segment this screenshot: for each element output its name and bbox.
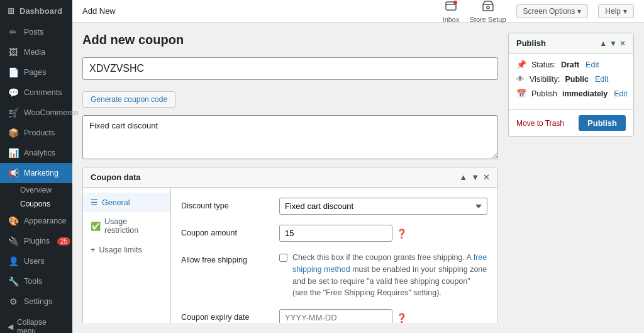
tools-icon: 🔧 (8, 276, 19, 286)
tab-usage-limits[interactable]: + Usage limits (83, 240, 170, 259)
sidebar-item-users[interactable]: 👤 Users (0, 251, 72, 271)
status-edit-link[interactable]: Edit (586, 60, 599, 69)
amount-help-icon[interactable]: ❓ (396, 229, 407, 239)
sidebar-logo[interactable]: ⊞ Dashboard (0, 0, 72, 22)
discount-type-select[interactable]: Percentage discount Fixed cart discount … (279, 198, 487, 215)
marketing-icon: 📢 (8, 168, 19, 178)
sidebar-item-label: Users (24, 257, 45, 266)
collapse-label: Collapse menu (17, 318, 65, 333)
woocommerce-icon: 🛒 (8, 108, 19, 118)
expiry-date-control: ❓ (279, 309, 487, 323)
svg-rect-2 (483, 4, 493, 11)
free-shipping-checkbox-row: Check this box if the coupon grants free… (279, 252, 487, 299)
screen-options-button[interactable]: Screen Options ▾ (516, 4, 589, 18)
sidebar-item-posts[interactable]: ✏ Posts (0, 22, 72, 42)
sidebar-item-appearance[interactable]: 🎨 Appearance (0, 211, 72, 231)
tab-usage-restriction[interactable]: ✅ Usage restriction (83, 212, 170, 240)
status-label: Status: (531, 60, 556, 69)
users-icon: 👤 (8, 256, 19, 266)
expiry-date-input[interactable] (279, 309, 392, 323)
comments-icon: 💬 (8, 87, 19, 98)
content-area: Add new coupon Generate coupon code Coup… (72, 23, 644, 333)
store-setup-label: Store Setup (470, 16, 506, 23)
media-icon: 🖼 (8, 47, 19, 57)
sidebar-item-tools[interactable]: 🔧 Tools (0, 271, 72, 291)
sidebar-item-products[interactable]: 📦 Products (0, 123, 72, 143)
visibility-edit-link[interactable]: Edit (595, 75, 609, 84)
collapse-menu[interactable]: ◀ Collapse menu (0, 312, 72, 333)
chevron-down-icon: ▾ (577, 7, 581, 16)
sidebar-sub-coupons[interactable]: Coupons (0, 197, 72, 211)
coupon-tabs: ☰ General ✅ Usage restriction + Usage li… (83, 188, 171, 323)
page-title: Add new coupon (82, 33, 498, 47)
help-label: Help (605, 7, 621, 16)
close-box-icon[interactable]: ✕ (483, 172, 490, 182)
discount-type-control: Percentage discount Fixed cart discount … (279, 198, 487, 215)
tab-general-label: General (102, 198, 130, 207)
status-row: 📌 Status: Draft Edit (516, 60, 626, 69)
restriction-tab-icon: ✅ (91, 222, 101, 231)
expiry-help-icon[interactable]: ❓ (396, 313, 407, 323)
sidebar-item-label: Marketing (24, 169, 58, 178)
status-value: Draft (561, 60, 579, 69)
analytics-icon: 📊 (8, 148, 19, 158)
settings-icon: ⚙ (8, 296, 19, 307)
sidebar: ⊞ Dashboard ✏ Posts 🖼 Media 📄 Pages 💬 Co… (0, 0, 72, 333)
visibility-label: Visibility: (530, 75, 560, 84)
calendar-icon: 📅 (516, 89, 526, 98)
sidebar-logo-label: Dashboard (19, 6, 62, 16)
sidebar-sub-overview[interactable]: Overview (0, 183, 72, 197)
svg-point-1 (453, 1, 457, 4)
coupon-general-content: Discount type Percentage discount Fixed … (171, 188, 497, 323)
coupon-code-input[interactable] (82, 57, 498, 80)
publish-collapse-down-icon[interactable]: ▼ (609, 39, 617, 48)
free-shipping-row: Allow free shipping Check this box if th… (181, 252, 487, 299)
sidebar-item-comments[interactable]: 💬 Comments (0, 82, 72, 103)
coupon-data-controls[interactable]: ▲ ▼ ✕ (459, 172, 490, 182)
coupon-amount-label: Coupon amount (181, 225, 269, 237)
sidebar-item-analytics[interactable]: 📊 Analytics (0, 143, 72, 163)
wordpress-icon: ⊞ (8, 6, 14, 16)
publish-collapse-up-icon[interactable]: ▲ (599, 39, 607, 48)
inbox-button[interactable]: Inbox (443, 0, 460, 23)
collapse-icon: ◀ (8, 322, 13, 331)
sidebar-item-woocommerce[interactable]: 🛒 WooCommerce (0, 103, 72, 123)
pages-icon: 📄 (8, 67, 19, 77)
publish-when-edit-link[interactable]: Edit (614, 89, 628, 98)
sidebar-item-settings[interactable]: ⚙ Settings (0, 291, 72, 312)
generate-coupon-button[interactable]: Generate coupon code (82, 91, 175, 108)
svg-point-3 (487, 6, 489, 9)
sidebar-item-marketing[interactable]: 📢 Marketing (0, 163, 72, 183)
appearance-icon: 🎨 (8, 216, 19, 226)
publish-box-controls: ▲ ▼ ✕ (599, 39, 626, 48)
sidebar-item-label: Comments (24, 88, 62, 97)
topbar-right: Inbox Store Setup Screen Options ▾ Help … (443, 0, 634, 23)
sidebar-item-label: Tools (24, 277, 42, 286)
publish-button[interactable]: Publish (579, 115, 626, 131)
sidebar-item-label: Posts (24, 28, 43, 37)
free-shipping-checkbox[interactable] (279, 254, 287, 262)
coupon-data-body: ☰ General ✅ Usage restriction + Usage li… (83, 188, 497, 323)
description-textarea[interactable] (82, 115, 498, 159)
sidebar-item-label: Appearance (24, 217, 66, 225)
sidebar-sub-label: Coupons (20, 200, 50, 208)
sidebar-item-plugins[interactable]: 🔌 Plugins 25 (0, 231, 72, 251)
screen-options-label: Screen Options (523, 7, 575, 16)
collapse-up-icon[interactable]: ▲ (459, 172, 467, 182)
help-chevron-icon: ▾ (623, 7, 627, 16)
publish-close-icon[interactable]: ✕ (619, 39, 626, 48)
tab-general[interactable]: ☰ General (83, 193, 170, 212)
move-to-trash-link[interactable]: Move to Trash (516, 119, 564, 128)
publish-when-row: 📅 Publish immediately Edit (516, 89, 626, 98)
publish-when-label: Publish (531, 89, 557, 98)
sidebar-item-media[interactable]: 🖼 Media (0, 42, 72, 62)
coupon-data-header: Coupon data ▲ ▼ ✕ (83, 167, 497, 188)
coupon-amount-input[interactable] (279, 225, 392, 242)
help-button[interactable]: Help ▾ (598, 4, 634, 18)
store-setup-button[interactable]: Store Setup (470, 0, 506, 23)
sidebar-item-pages[interactable]: 📄 Pages (0, 62, 72, 82)
publish-when-value: immediately (562, 89, 608, 98)
collapse-down-icon[interactable]: ▼ (471, 172, 479, 182)
plugins-icon: 🔌 (8, 236, 19, 246)
status-icon: 📌 (516, 60, 526, 69)
